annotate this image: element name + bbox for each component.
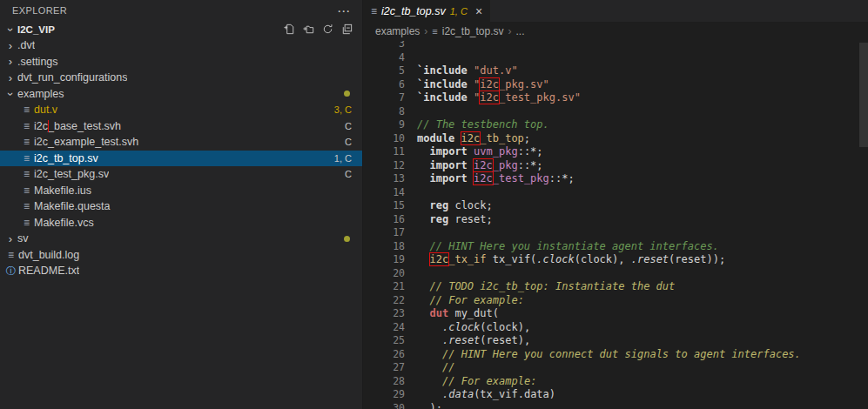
file-icon: ≡ bbox=[19, 168, 34, 180]
tree-item--settings[interactable]: › .settings bbox=[0, 54, 362, 70]
tree-item-makefile-vcs[interactable]: ≡ Makefile.vcs bbox=[0, 215, 362, 231]
code-line[interactable]: 30); bbox=[363, 402, 868, 409]
code-line[interactable]: 19i2c_tx_if tx_vif(.clock(clock), .reset… bbox=[363, 253, 868, 267]
code-line-text: reg reset; bbox=[417, 213, 493, 227]
explorer-title: EXPLORER bbox=[12, 5, 337, 16]
file-icon: ≡ bbox=[19, 120, 34, 132]
code-line[interactable]: 9// The testbench top. bbox=[363, 118, 868, 132]
code-line[interactable]: 18// HINT Here you instantiate agent int… bbox=[363, 240, 868, 254]
tree-item-label: README.txt bbox=[18, 265, 79, 277]
chevron-right-icon: › bbox=[508, 25, 512, 37]
explorer-actions bbox=[283, 23, 362, 36]
line-number: 10 bbox=[363, 132, 405, 146]
tree-item-i2c-test-pkg-sv[interactable]: ≡ i2c_test_pkg.sv C bbox=[0, 166, 362, 183]
line-number: 7 bbox=[363, 91, 405, 105]
code-line[interactable]: 15reg clock; bbox=[363, 199, 868, 213]
code-line[interactable]: 22// For example: bbox=[363, 294, 868, 308]
code-line-text: `include "i2c_test_pkg.sv" bbox=[417, 91, 581, 105]
tree-item-label: i2c_tb_top.sv bbox=[34, 152, 98, 164]
code-line[interactable]: 20 bbox=[363, 267, 868, 281]
code-line[interactable]: 25.reset(reset), bbox=[363, 334, 868, 348]
line-number: 14 bbox=[363, 186, 405, 200]
code-line[interactable]: 21// TODO i2c_tb_top: Instantiate the du… bbox=[363, 280, 868, 294]
line-number: 13 bbox=[363, 172, 405, 186]
code-line[interactable]: 5`include "dut.v" bbox=[363, 64, 868, 78]
tree-item-i2c-base-test-svh[interactable]: ≡ i2c_base_test.svh C bbox=[0, 118, 362, 135]
line-number: 5 bbox=[363, 64, 405, 78]
file-icon: ≡ bbox=[19, 136, 34, 148]
code-line[interactable]: 29.data(tx_vif.data) bbox=[363, 388, 868, 402]
file-badge: C bbox=[345, 169, 352, 179]
line-number: 18 bbox=[363, 240, 405, 254]
refresh-icon[interactable] bbox=[321, 23, 334, 36]
code-line[interactable]: 12import i2c_pkg::*; bbox=[363, 159, 868, 173]
line-number: 6 bbox=[363, 78, 405, 92]
line-number: 24 bbox=[363, 321, 405, 335]
scrollbar-thumb[interactable] bbox=[859, 43, 868, 147]
tree-item-makefile-ius[interactable]: ≡ Makefile.ius bbox=[0, 183, 362, 199]
code-line-text: `include "dut.v" bbox=[417, 64, 518, 78]
code-line[interactable]: 10module i2c_tb_top; bbox=[363, 132, 868, 146]
code-line-text: // The testbench top. bbox=[417, 118, 549, 132]
tree-item-sv[interactable]: › sv bbox=[0, 231, 362, 247]
code-line[interactable]: 23dut my_dut( bbox=[363, 307, 868, 321]
chevron-right-icon: › bbox=[424, 25, 427, 37]
explorer-header: EXPLORER ⋯ bbox=[0, 0, 362, 21]
code-line[interactable]: 27// bbox=[363, 361, 868, 375]
code-line[interactable]: 26// HINT Here you connect dut signals t… bbox=[363, 348, 868, 362]
tree-item-dvt-run-configurations[interactable]: › dvt_run_configurations bbox=[0, 70, 362, 86]
chevron-icon: › bbox=[3, 39, 17, 52]
code-editor[interactable]: 3 4 5`include "dut.v" 6`include "i2c_pkg… bbox=[363, 41, 868, 409]
code-line[interactable]: 28// For example: bbox=[363, 375, 868, 389]
code-line[interactable]: 24.clock(clock), bbox=[363, 321, 868, 335]
tree-item-readme-txt[interactable]: ⓘ README.txt bbox=[0, 263, 362, 279]
file-icon: ≡ bbox=[19, 217, 34, 229]
code-line[interactable]: 13import i2c_test_pkg::*; bbox=[363, 172, 868, 186]
code-line[interactable]: 6`include "i2c_pkg.sv" bbox=[363, 78, 868, 92]
tree-item-i2c-tb-top-sv[interactable]: ≡ i2c_tb_top.sv 1, C bbox=[0, 151, 362, 167]
code-line[interactable]: 16reg reset; bbox=[363, 213, 868, 227]
breadcrumb-file[interactable]: i2c_tb_top.sv bbox=[442, 25, 504, 37]
code-line[interactable]: 11import uvm_pkg::*; bbox=[363, 145, 868, 159]
tree-item-dut-v[interactable]: ≡ dut.v 3, C bbox=[0, 102, 362, 118]
line-number: 23 bbox=[363, 307, 405, 321]
tree-item--dvt[interactable]: › .dvt bbox=[0, 37, 362, 54]
workspace-name: I2C_VIP bbox=[17, 24, 283, 35]
new-folder-icon[interactable] bbox=[302, 23, 315, 36]
tree-item-label: sv bbox=[17, 232, 29, 245]
tree-item-label: .dvt bbox=[17, 39, 35, 51]
code-line-text: module i2c_tb_top; bbox=[417, 132, 530, 146]
code-line[interactable]: 14 bbox=[363, 186, 868, 200]
code-line[interactable]: 4 bbox=[363, 51, 868, 65]
tab-i2c-tb-top[interactable]: ≡ i2c_tb_top.sv 1, C × bbox=[363, 0, 491, 22]
workspace-root-row[interactable]: › I2C_VIP bbox=[0, 21, 362, 37]
tree-item-label: dvt_build.log bbox=[18, 249, 79, 261]
tree-item-i2c-example-test-svh[interactable]: ≡ i2c_example_test.svh C bbox=[0, 134, 362, 151]
chevron-icon: › bbox=[4, 88, 17, 102]
code-line[interactable]: 17 bbox=[363, 226, 868, 240]
line-number: 15 bbox=[363, 199, 405, 213]
chevron-icon: › bbox=[3, 232, 17, 245]
file-icon: ≡ bbox=[19, 184, 34, 197]
breadcrumb-symbol[interactable]: ... bbox=[516, 25, 525, 37]
code-line-text: i2c_tx_if tx_vif(.clock(clock), .reset(r… bbox=[417, 253, 725, 267]
file-icon: ≡ bbox=[371, 5, 377, 17]
tree-item-examples[interactable]: › examples bbox=[0, 86, 362, 103]
code-line-text: // HINT Here you instantiate agent inter… bbox=[417, 240, 719, 254]
modified-dot-badge bbox=[344, 236, 350, 242]
code-line[interactable]: 7`include "i2c_test_pkg.sv" bbox=[363, 91, 868, 105]
close-icon[interactable]: × bbox=[475, 5, 482, 17]
code-line-text: // For example: bbox=[417, 375, 536, 389]
code-line[interactable]: 3 bbox=[363, 41, 868, 51]
tree-item-dvt-build-log[interactable]: ≡ dvt_build.log bbox=[0, 247, 362, 264]
file-icon: ≡ bbox=[19, 104, 34, 116]
line-number: 4 bbox=[363, 51, 405, 65]
chevron-icon: › bbox=[3, 71, 17, 84]
new-file-icon[interactable] bbox=[283, 23, 296, 36]
more-actions-icon[interactable]: ⋯ bbox=[337, 4, 350, 17]
collapse-folders-icon[interactable] bbox=[340, 23, 353, 36]
code-line[interactable]: 8 bbox=[363, 105, 868, 119]
line-number: 25 bbox=[363, 334, 405, 348]
tree-item-makefile-questa[interactable]: ≡ Makefile.questa bbox=[0, 198, 362, 215]
breadcrumb-folder[interactable]: examples bbox=[375, 25, 420, 37]
